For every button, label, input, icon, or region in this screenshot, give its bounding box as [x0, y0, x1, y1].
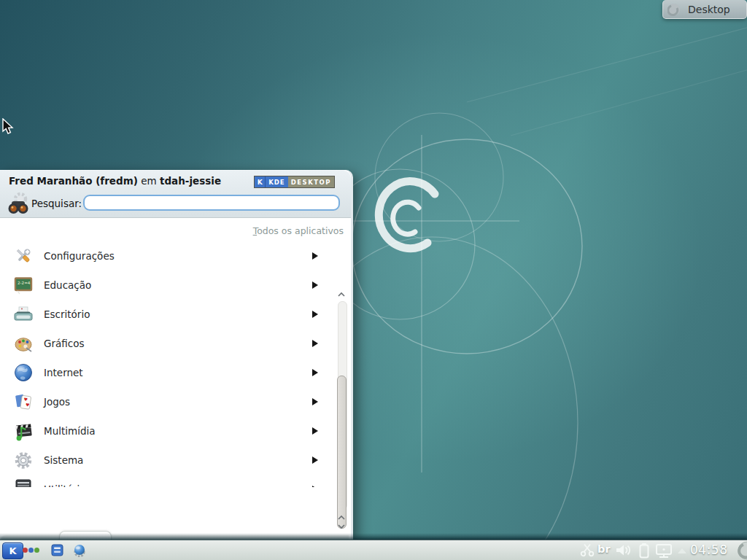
- keyboard-layout-indicator[interactable]: br: [597, 543, 611, 555]
- menu-item-label: Utilitários: [44, 483, 91, 487]
- drawer-icon: [13, 479, 34, 487]
- search-binoculars-icon: [6, 191, 31, 216]
- menu-item-internet[interactable]: Internet: [0, 358, 334, 387]
- svg-text:2-2=4: 2-2=4: [18, 281, 31, 285]
- menu-item-configuracoes[interactable]: Configurações: [0, 241, 334, 271]
- mouse-cursor: [1, 118, 18, 136]
- launcher-header-area: Fred Maranhão (fredm) em tdah-jessie K K…: [0, 171, 351, 218]
- menu-item-sistema[interactable]: Sistema: [0, 446, 334, 475]
- kde-desktop-badge: K KDE DESKTOP: [254, 176, 335, 188]
- palette-icon: [13, 333, 34, 354]
- menu-item-graficos[interactable]: Gráficos: [0, 329, 334, 358]
- cards-icon: ♥ ♥: [13, 392, 34, 412]
- svg-text:♥: ♥: [26, 402, 30, 408]
- typewriter-icon: [13, 304, 34, 324]
- badge-desktop-label: DESKTOP: [288, 176, 334, 187]
- launcher-body: Todos os aplicativos Co: [0, 218, 351, 541]
- menu-item-label: Escritório: [44, 308, 90, 320]
- search-row: Pesquisar:: [0, 190, 351, 217]
- klipper-scissors-icon[interactable]: [580, 543, 595, 557]
- scroll-down-icon[interactable]: [337, 523, 346, 530]
- scroll-up-bottom-icon[interactable]: [337, 514, 346, 521]
- all-applications-link[interactable]: Todos os aplicativos: [253, 225, 344, 236]
- desktop-folder-widget[interactable]: Desktop: [662, 0, 747, 19]
- scrollbar-thumb[interactable]: [337, 376, 347, 529]
- submenu-arrow-icon: [312, 369, 318, 376]
- host-name: tdah-jessie: [160, 175, 221, 187]
- system-sphere-icon[interactable]: [73, 544, 86, 557]
- submenu-arrow-icon: [312, 486, 318, 487]
- file-manager-icon[interactable]: [51, 544, 63, 556]
- menu-item-utilitarios[interactable]: Utilitários: [0, 475, 334, 487]
- submenu-arrow-icon: [312, 252, 318, 260]
- desktop-root: Desktop Fred Maranhão (fredm) em tdah-je…: [0, 0, 747, 560]
- submenu-arrow-icon: [312, 311, 318, 318]
- kde-logo-icon: K: [255, 176, 266, 187]
- menu-item-label: Sistema: [44, 454, 83, 466]
- battery-icon[interactable]: [638, 542, 651, 559]
- clapper-icon: [13, 421, 34, 441]
- menu-item-label: Multimídia: [44, 425, 96, 437]
- submenu-arrow-icon: [312, 427, 318, 435]
- volume-icon[interactable]: [615, 543, 632, 557]
- plasma-swirl-icon: [667, 3, 681, 16]
- submenu-arrow-icon: [312, 281, 318, 289]
- gear-icon: [13, 450, 34, 470]
- menu-item-label: Internet: [44, 367, 83, 378]
- activity-dots-icon[interactable]: [23, 547, 42, 553]
- menu-item-label: Gráficos: [44, 338, 85, 349]
- submenu-arrow-icon: [312, 456, 318, 464]
- user-name: Fred Maranhão (fredm): [9, 175, 138, 187]
- globe-icon: [13, 362, 34, 383]
- menu-item-multimidia[interactable]: Multimídia: [0, 416, 334, 446]
- menu-item-jogos[interactable]: ♥ ♥ Jogos: [0, 387, 334, 416]
- search-label: Pesquisar:: [31, 198, 82, 209]
- menu-item-educacao[interactable]: 2-2=4 Educação: [0, 271, 334, 300]
- digital-clock[interactable]: 04:58: [690, 542, 728, 557]
- taskbar-panel: K br: [0, 540, 747, 560]
- menu-item-label: Configurações: [44, 250, 115, 262]
- menu-item-label: Jogos: [44, 396, 70, 408]
- search-input[interactable]: [83, 195, 340, 211]
- user-host-title: Fred Maranhão (fredm) em tdah-jessie: [9, 175, 221, 187]
- scroll-up-icon[interactable]: [337, 291, 346, 298]
- header-connector: em: [141, 175, 156, 187]
- display-network-icon[interactable]: [654, 543, 673, 559]
- submenu-arrow-icon: [312, 340, 318, 347]
- tools-icon: [13, 246, 34, 266]
- application-category-list: Configurações 2-2=4 Educação: [0, 241, 334, 487]
- menu-item-escritorio[interactable]: Escritório: [0, 300, 334, 329]
- tray-expander-icon[interactable]: [678, 548, 686, 553]
- menu-item-label: Educação: [44, 279, 91, 291]
- list-scrollbar[interactable]: [336, 291, 347, 532]
- submenu-arrow-icon: [312, 398, 318, 405]
- kickoff-launcher-button[interactable]: K: [2, 542, 23, 559]
- badge-kde-label: KDE: [266, 176, 287, 187]
- desktop-widget-title: Desktop: [688, 4, 730, 15]
- chalkboard-icon: 2-2=4: [13, 275, 34, 295]
- kickoff-launcher: Fred Maranhão (fredm) em tdah-jessie K K…: [0, 170, 353, 541]
- plasma-cashew-icon[interactable]: [736, 541, 747, 560]
